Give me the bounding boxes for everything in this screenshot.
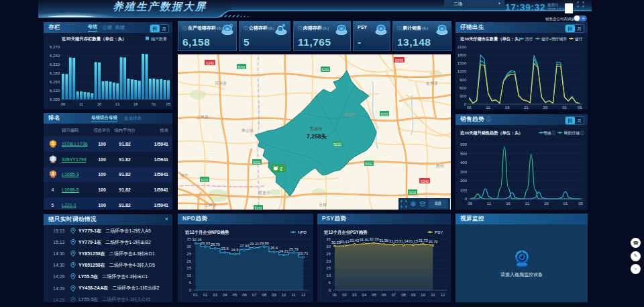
svg-text:29.21: 29.21 bbox=[250, 242, 259, 246]
svg-text:02: 02 bbox=[342, 293, 347, 297]
svg-text:1800: 1800 bbox=[458, 53, 467, 57]
svg-text:2: 2 bbox=[280, 167, 282, 171]
svg-text:10: 10 bbox=[326, 273, 331, 277]
svg-text:覃塘区: 覃塘区 bbox=[344, 112, 356, 118]
svg-text:ⓘ: ⓘ bbox=[580, 131, 584, 135]
svg-text:400: 400 bbox=[460, 161, 468, 165]
svg-text:2: 2 bbox=[52, 156, 54, 161]
svg-text:G242: G242 bbox=[395, 58, 403, 62]
svg-text:活仔: 活仔 bbox=[525, 37, 533, 42]
svg-text:05: 05 bbox=[372, 293, 376, 297]
svg-text:6,150: 6,150 bbox=[50, 80, 60, 84]
svg-text:15: 15 bbox=[186, 266, 191, 270]
svg-text:25.79: 25.79 bbox=[289, 247, 299, 251]
svg-text:G242: G242 bbox=[421, 179, 429, 183]
svg-text:25.9: 25.9 bbox=[221, 247, 229, 251]
svg-text:6,210: 6,210 bbox=[50, 62, 60, 67]
svg-text:16: 16 bbox=[506, 202, 511, 206]
svg-text:S211: S211 bbox=[253, 161, 261, 165]
svg-text:01: 01 bbox=[193, 293, 198, 297]
svg-text:05: 05 bbox=[233, 293, 237, 297]
svg-text:5: 5 bbox=[189, 281, 192, 285]
svg-text:30: 30 bbox=[186, 245, 191, 249]
svg-text:31.14: 31.14 bbox=[399, 239, 409, 243]
svg-text:S211: S211 bbox=[409, 191, 417, 195]
svg-text:金秀县: 金秀县 bbox=[425, 81, 438, 86]
svg-text:6,120: 6,120 bbox=[50, 89, 60, 93]
svg-text:07: 07 bbox=[252, 293, 257, 297]
svg-text:600: 600 bbox=[460, 86, 467, 90]
svg-text:近12个月企业NPD趋势: 近12个月企业NPD趋势 bbox=[184, 230, 229, 235]
svg-text:3: 3 bbox=[52, 171, 54, 176]
svg-text:03: 03 bbox=[352, 293, 357, 297]
svg-text:10: 10 bbox=[282, 293, 286, 297]
svg-text:11: 11 bbox=[487, 202, 492, 206]
svg-text:11: 11 bbox=[486, 105, 491, 109]
svg-text:G242: G242 bbox=[206, 61, 214, 65]
svg-text:南宁: 南宁 bbox=[180, 173, 189, 177]
svg-text:梧州: 梧州 bbox=[435, 163, 444, 169]
svg-text:01: 01 bbox=[564, 202, 568, 206]
svg-text:玉林: 玉林 bbox=[319, 203, 327, 207]
svg-text:05: 05 bbox=[166, 102, 171, 106]
svg-text:28.79: 28.79 bbox=[211, 243, 220, 247]
svg-text:10: 10 bbox=[421, 293, 425, 297]
svg-text:05: 05 bbox=[578, 105, 582, 109]
svg-text:21: 21 bbox=[525, 202, 530, 206]
svg-text:猪只数量: 猪只数量 bbox=[151, 37, 167, 42]
svg-text:09: 09 bbox=[411, 293, 416, 297]
svg-text:29.93: 29.93 bbox=[201, 241, 210, 245]
svg-text:河池县: 河池县 bbox=[215, 81, 227, 86]
svg-text:29.86: 29.86 bbox=[260, 241, 269, 245]
svg-text:08: 08 bbox=[401, 293, 406, 297]
svg-text:01: 01 bbox=[152, 102, 156, 106]
svg-text:35: 35 bbox=[186, 237, 191, 241]
svg-text:300: 300 bbox=[460, 170, 468, 174]
svg-text:22.71: 22.71 bbox=[299, 251, 308, 255]
svg-text:S211: S211 bbox=[254, 206, 262, 210]
svg-text:01: 01 bbox=[562, 105, 567, 109]
svg-text:04: 04 bbox=[362, 293, 367, 297]
svg-text:1500: 1500 bbox=[458, 61, 467, 65]
svg-text:06: 06 bbox=[61, 102, 66, 106]
svg-text:NPD: NPD bbox=[298, 230, 307, 234]
svg-text:06: 06 bbox=[467, 105, 472, 109]
svg-text:S211: S211 bbox=[201, 178, 209, 182]
svg-text:贵港市: 贵港市 bbox=[309, 126, 323, 132]
svg-text:03: 03 bbox=[213, 293, 217, 297]
svg-text:31.25: 31.25 bbox=[389, 239, 398, 243]
svg-text:09: 09 bbox=[272, 293, 276, 297]
svg-text:PSY: PSY bbox=[435, 230, 443, 234]
svg-text:养殖生产数据大屏: 养殖生产数据大屏 bbox=[113, 1, 207, 12]
svg-text:26.4: 26.4 bbox=[270, 246, 278, 250]
svg-text:12: 12 bbox=[301, 293, 306, 297]
svg-text:35: 35 bbox=[326, 237, 331, 241]
svg-text:近30天仔猪出生数量（单位：头）: 近30天仔猪出生数量（单位：头） bbox=[460, 36, 523, 42]
svg-text:08: 08 bbox=[262, 293, 266, 297]
svg-text:300: 300 bbox=[460, 94, 467, 98]
svg-text:100: 100 bbox=[460, 188, 468, 192]
svg-text:31.73: 31.73 bbox=[419, 238, 428, 243]
svg-text:断奶仔猪: 断奶仔猪 bbox=[564, 130, 580, 136]
svg-text:健仔+弱仔哺养: 健仔+弱仔哺养 bbox=[541, 36, 567, 42]
svg-text:15: 15 bbox=[326, 266, 331, 270]
svg-text:27.93: 27.93 bbox=[240, 244, 250, 248]
svg-text:S211: S211 bbox=[365, 162, 373, 166]
svg-text:21: 21 bbox=[524, 105, 529, 109]
svg-text:6,180: 6,180 bbox=[50, 71, 60, 75]
svg-text:ⓘ: ⓘ bbox=[551, 131, 555, 135]
svg-text:上林县: 上林县 bbox=[196, 115, 209, 119]
svg-text:30.79: 30.79 bbox=[428, 240, 437, 244]
svg-text:24.21: 24.21 bbox=[279, 249, 288, 253]
svg-text:24.9: 24.9 bbox=[231, 248, 238, 252]
svg-text:1200: 1200 bbox=[458, 69, 467, 73]
svg-text:12: 12 bbox=[441, 293, 445, 297]
svg-text:20: 20 bbox=[186, 259, 191, 263]
svg-text:31.42: 31.42 bbox=[350, 238, 359, 243]
svg-text:10: 10 bbox=[186, 273, 191, 277]
svg-text:16: 16 bbox=[97, 102, 102, 106]
svg-text:11: 11 bbox=[431, 293, 435, 297]
svg-text:200: 200 bbox=[460, 179, 468, 183]
svg-text:26: 26 bbox=[544, 202, 549, 206]
svg-text:S211: S211 bbox=[321, 68, 329, 72]
